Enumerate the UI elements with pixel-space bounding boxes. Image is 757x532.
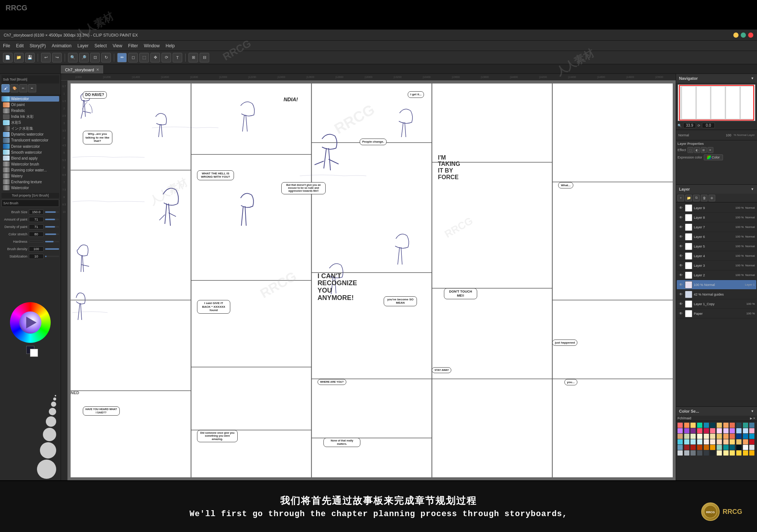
color-swatch[interactable] (730, 423, 735, 428)
brush-item-oil[interactable]: Oil paint (1, 102, 59, 108)
layer-7-eye[interactable]: 👁 (678, 225, 683, 230)
menu-layer[interactable]: Layer (77, 43, 88, 48)
color-swatch[interactable] (710, 428, 715, 433)
color-swatch[interactable] (710, 445, 715, 450)
density-value[interactable]: 71 (29, 224, 44, 229)
navigator-zoom-value[interactable]: 33.9 (683, 123, 696, 128)
color-swatch[interactable] (743, 450, 748, 456)
effect-btn-4[interactable]: ✕ (707, 147, 713, 153)
color-swatch[interactable] (684, 439, 689, 444)
color-swatch[interactable] (743, 439, 748, 444)
toolbar-fit[interactable]: ⊡ (90, 53, 100, 62)
expr-color-select[interactable]: Color (704, 154, 723, 160)
layer-item-2[interactable]: 👁 Layer 2 100 % Normal (677, 270, 756, 280)
color-swatch[interactable] (697, 428, 702, 433)
layer-merge-btn[interactable]: ⊕ (709, 195, 715, 201)
stabilization-value[interactable]: 10 (29, 254, 44, 259)
brush-item-watercolor[interactable]: Watercolor (1, 96, 59, 102)
layer-item-6[interactable]: 👁 Layer 6 100 % Normal (677, 232, 756, 242)
toolbar-rotate[interactable]: ↻ (101, 53, 111, 62)
brush-item-dense[interactable]: Dense watercolor (1, 144, 59, 149)
size-dot-6[interactable] (43, 428, 56, 441)
close-button[interactable] (748, 33, 753, 38)
menu-file[interactable]: File (3, 43, 10, 48)
color-swatch[interactable] (704, 423, 709, 428)
menu-window[interactable]: Window (144, 43, 160, 48)
color-swatch[interactable] (723, 428, 729, 433)
brush-item-wbrush[interactable]: Watercolor brush (1, 161, 59, 167)
toolbar-redo[interactable]: ↪ (52, 53, 62, 62)
color-swatch[interactable] (710, 434, 715, 439)
color-swatch[interactable] (704, 445, 709, 450)
brush-item-blend[interactable]: Blend and apply (1, 156, 59, 161)
menu-select[interactable]: Select (94, 43, 106, 48)
color-swatch[interactable] (749, 434, 754, 439)
color-swatch[interactable] (678, 439, 683, 444)
size-dot-5[interactable] (46, 416, 56, 427)
stabilization-slider[interactable] (45, 256, 59, 257)
color-sets-collapse[interactable]: ▼ (751, 409, 754, 413)
layer-9-eye[interactable]: 👁 (678, 205, 683, 211)
color-swatch[interactable] (684, 428, 689, 433)
brush-item-india[interactable]: India Ink 水彩 (1, 114, 59, 119)
layer-2-eye[interactable]: 👁 (678, 273, 683, 278)
toolbar-grid[interactable]: ⊞ (189, 53, 198, 62)
color-swatch[interactable] (684, 423, 689, 428)
tool-ink[interactable]: ✒ (28, 84, 36, 92)
color-swatch[interactable] (743, 428, 748, 433)
color-swatch[interactable] (717, 439, 722, 444)
color-stretch-slider[interactable] (45, 233, 59, 235)
color-swatch[interactable] (749, 428, 754, 433)
toolbar-new[interactable]: 📄 (3, 53, 13, 62)
brush-item-watery[interactable]: Watery (1, 173, 59, 179)
layer-copy-btn[interactable]: ⧉ (693, 195, 700, 201)
toolbar-eraser[interactable]: ◻ (128, 53, 138, 62)
color-swatch[interactable] (730, 434, 735, 439)
color-swatch[interactable] (717, 423, 722, 428)
amount-slider[interactable] (45, 219, 59, 220)
tool-oilpaint[interactable]: 🎨 (10, 84, 18, 92)
layer-item-1-normal[interactable]: 👁 100 % Normal Layer 1 (677, 280, 756, 290)
brush-item-ink-suisai[interactable]: インク水彩集 (1, 126, 59, 131)
menu-story[interactable]: Story(P) (30, 43, 46, 48)
color-swatch[interactable] (678, 434, 683, 439)
amount-value[interactable]: 71 (29, 217, 44, 222)
layers-collapse[interactable]: ▼ (751, 187, 754, 191)
color-swatch[interactable] (690, 423, 696, 428)
layer-folder-btn[interactable]: 📁 (685, 195, 692, 201)
color-swatch[interactable] (697, 445, 702, 450)
layer-item-5[interactable]: 👁 Layer 5 100 % Normal (677, 242, 756, 251)
color-stretch-value[interactable]: 80 (29, 232, 44, 237)
size-dot-1[interactable] (55, 395, 56, 396)
navigator-header[interactable]: Navigator ▼ (676, 74, 757, 83)
layer-add-btn[interactable]: + (678, 195, 684, 201)
color-swatch[interactable] (730, 428, 735, 433)
color-swatch[interactable] (690, 439, 696, 444)
color-swatch[interactable] (736, 434, 741, 439)
color-swatch[interactable] (690, 434, 696, 439)
effect-btn-3[interactable]: ⊞ (701, 147, 707, 153)
color-panel-header[interactable]: Color Se... ▼ (676, 407, 757, 416)
color-swatch[interactable] (684, 434, 689, 439)
navigator-collapse[interactable]: ▼ (751, 76, 754, 80)
toolbar-zoom-out[interactable]: 🔎 (79, 53, 89, 62)
size-dot-8[interactable] (37, 460, 56, 479)
color-swatch[interactable] (678, 423, 683, 428)
color-swatch[interactable] (736, 439, 741, 444)
color-set-controls[interactable]: ▶ ✕ (750, 417, 756, 420)
color-swatch[interactable] (697, 450, 702, 456)
color-swatch[interactable] (704, 439, 709, 444)
layers-header[interactable]: Layer ▼ (676, 185, 757, 194)
color-wheel-container[interactable] (10, 302, 51, 343)
color-swatch[interactable] (697, 439, 702, 444)
brush-item-watercolor2[interactable]: Watercolor (1, 185, 59, 191)
layer-item-9[interactable]: 👁 Layer 9 100 % Normal (677, 203, 756, 213)
color-swatch[interactable] (730, 439, 735, 444)
color-swatch[interactable] (697, 423, 702, 428)
menu-filter[interactable]: Filter (128, 43, 138, 48)
color-swatch[interactable] (678, 450, 683, 456)
size-dot-2[interactable] (53, 398, 56, 400)
background-color[interactable] (30, 349, 38, 357)
color-swatch[interactable] (736, 423, 741, 428)
layer-4-eye[interactable]: 👁 (678, 253, 683, 259)
